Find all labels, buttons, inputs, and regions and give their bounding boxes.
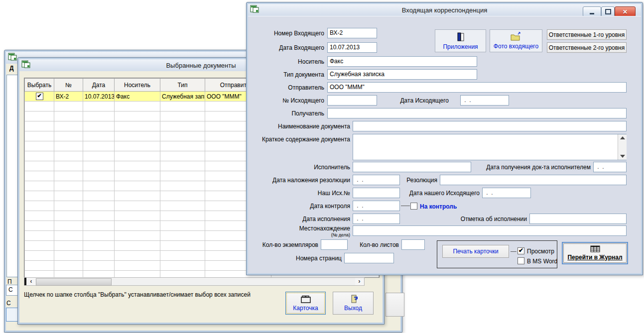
empty-cell	[160, 241, 205, 251]
responsible-level1-button[interactable]: Ответственные 1-го уровня	[547, 29, 627, 40]
label-sender: Отправитель	[250, 84, 324, 91]
page-numbers-input[interactable]	[344, 253, 394, 263]
window-incoming-correspondence: Входящая корреспонденция ✕ Номер Входяще…	[246, 2, 643, 275]
print-card-button[interactable]: Печать карточки	[442, 245, 509, 258]
our-outgoing-date-input[interactable]: . .	[482, 188, 531, 198]
empty-cell	[83, 271, 115, 278]
row-select-checkbox[interactable]	[36, 93, 43, 100]
label-doc-summary: Краткое содержание документа	[248, 136, 350, 143]
empty-cell	[160, 141, 205, 151]
col-header-carrier[interactable]: Носитель	[115, 79, 160, 92]
empty-cell	[83, 241, 115, 251]
label-copies-count: Кол-во экземпляров	[250, 241, 318, 248]
empty-cell	[54, 211, 83, 221]
col-header-type[interactable]: Тип	[160, 79, 205, 92]
doc-summary-textarea[interactable]	[353, 134, 627, 160]
empty-cell	[25, 141, 54, 151]
on-control-checkbox[interactable]	[410, 203, 417, 210]
label-incoming-date: Дата Входящего	[250, 44, 324, 51]
execution-mark-input[interactable]	[529, 214, 627, 224]
incoming-photo-button[interactable]: Фото входящего	[490, 29, 542, 52]
scroll-right-icon[interactable]: ›	[355, 278, 364, 285]
empty-cell	[25, 171, 54, 181]
empty-cell	[25, 102, 54, 111]
col-header-number[interactable]: №	[54, 79, 83, 92]
card-button[interactable]: Карточка	[285, 292, 326, 315]
empty-cell	[25, 131, 54, 141]
copies-count-input[interactable]	[321, 239, 348, 250]
scroll-up-icon[interactable]	[620, 136, 625, 139]
open-folder-icon	[510, 32, 522, 43]
empty-cell	[25, 191, 54, 201]
empty-cell	[160, 201, 205, 211]
label-executor-received-date: Дата получения док-та исполнителем	[466, 164, 591, 171]
responsible-level2-button[interactable]: Ответственные 2-го уровня	[547, 42, 627, 53]
sender-input[interactable]: ООО "МММ"	[327, 82, 627, 93]
ms-word-checkbox[interactable]	[517, 257, 524, 264]
incoming-number-input[interactable]: ВХ-2	[327, 28, 377, 38]
empty-cell	[160, 221, 205, 231]
scroll-down-icon[interactable]	[620, 155, 625, 158]
receiver-input[interactable]	[327, 108, 627, 118]
carrier-input[interactable]: Факс	[327, 56, 477, 67]
empty-cell	[115, 102, 160, 111]
print-connector-line	[511, 251, 516, 252]
executor-received-date-input[interactable]: . .	[593, 162, 627, 172]
back-right-button-fragment[interactable]	[386, 293, 404, 317]
scrollbar-split-handle[interactable]	[24, 278, 26, 285]
col-header-date[interactable]: Дата	[83, 79, 115, 92]
empty-cell	[83, 211, 115, 221]
empty-cell	[115, 261, 160, 271]
label-doc-type: Тип документа	[250, 71, 324, 78]
incoming-date-input[interactable]: 10.07.2013	[327, 42, 377, 53]
empty-cell	[83, 221, 115, 231]
col-header-select[interactable]: Выбрать	[25, 79, 54, 92]
empty-cell	[115, 141, 160, 151]
goto-journal-button[interactable]: Перейти в Журнал	[562, 242, 628, 264]
label-on-control: На контроль	[420, 203, 457, 210]
doc-summary-scrollbar[interactable]	[618, 134, 627, 160]
attachments-label: Приложения	[443, 43, 478, 50]
incoming-titlebar[interactable]: Входящая корреспонденция ✕	[248, 4, 641, 16]
control-date-input[interactable]: . .	[353, 201, 400, 211]
scrollbar-thumb[interactable]	[36, 278, 112, 286]
empty-cell	[160, 271, 205, 278]
execution-date-input[interactable]: . .	[353, 214, 400, 224]
empty-cell	[160, 251, 205, 261]
back-label-fragment-c: С	[6, 300, 11, 307]
label-executor: Исполнитель	[275, 164, 350, 171]
scroll-left-icon[interactable]: ‹	[27, 278, 35, 285]
table-horizontal-scrollbar[interactable]: ‹ ›	[24, 277, 365, 286]
card-icon	[300, 295, 311, 305]
attachments-button[interactable]: Приложения	[435, 29, 486, 52]
empty-cell	[54, 241, 83, 251]
empty-cell	[160, 151, 205, 161]
sheets-count-input[interactable]	[401, 239, 425, 250]
outgoing-date-input[interactable]: . .	[460, 95, 509, 106]
empty-cell	[25, 181, 54, 191]
responsible-level1-label: Ответственные 1-го уровня	[549, 31, 625, 38]
executor-input[interactable]	[353, 162, 471, 172]
empty-cell	[54, 251, 83, 261]
outgoing-number-input[interactable]	[327, 95, 377, 106]
cell-date: 10.07.2013	[83, 92, 115, 102]
preview-checkbox[interactable]	[517, 247, 524, 254]
empty-cell	[83, 161, 115, 171]
doc-type-input[interactable]: Служебная записка	[327, 69, 477, 80]
empty-cell	[83, 111, 115, 121]
resolution-input[interactable]	[440, 175, 627, 185]
exit-button[interactable]: Выход	[333, 292, 374, 315]
empty-cell	[115, 231, 160, 241]
empty-cell	[83, 151, 115, 161]
minimize-button[interactable]	[583, 6, 601, 17]
doc-name-input[interactable]	[353, 121, 627, 131]
empty-cell	[25, 211, 54, 221]
label-execution-mark: Отметка об исполнении	[452, 216, 527, 222]
our-outgoing-number-input[interactable]	[353, 188, 400, 198]
location-input[interactable]	[353, 225, 627, 236]
incoming-client: Номер Входящего ВХ-2 Дата Входящего 10.0…	[248, 16, 641, 273]
goto-journal-label: Перейти в Журнал	[567, 254, 622, 261]
empty-cell	[160, 211, 205, 221]
close-button[interactable]: ✕	[615, 6, 636, 17]
maximize-button[interactable]	[601, 6, 615, 17]
